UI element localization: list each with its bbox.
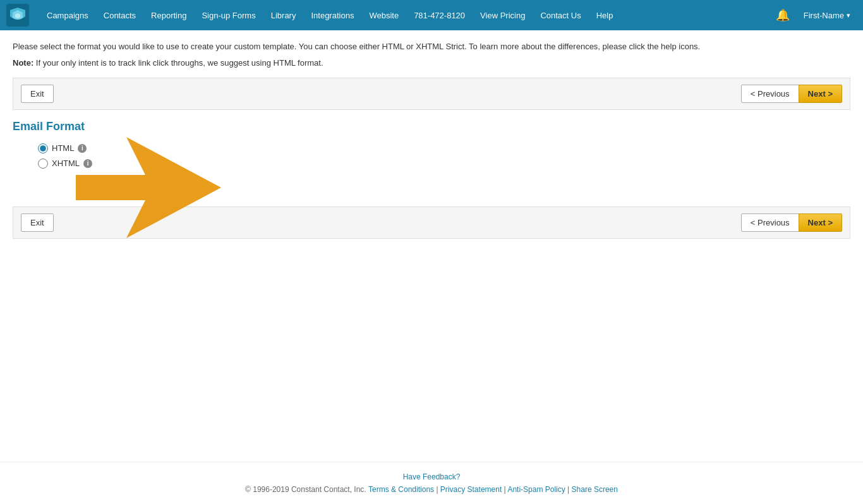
main-nav: Campaigns Contacts Reporting Sign-up For… bbox=[0, 0, 863, 30]
xhtml-info-icon[interactable]: i bbox=[83, 159, 92, 168]
note-label: Note: bbox=[13, 58, 33, 68]
top-next-button[interactable]: Next > bbox=[799, 85, 842, 103]
bottom-action-bar: Exit < Previous Next > bbox=[13, 207, 850, 239]
format-html-option[interactable]: HTML i bbox=[38, 143, 850, 153]
share-screen-link[interactable]: Share Screen bbox=[572, 485, 618, 494]
bottom-next-button[interactable]: Next > bbox=[799, 213, 842, 232]
nav-phone[interactable]: 781-472-8120 bbox=[406, 0, 473, 30]
html-info-icon[interactable]: i bbox=[78, 144, 87, 153]
format-html-label: HTML bbox=[52, 143, 74, 153]
section-title: Email Format bbox=[13, 120, 850, 133]
description-text: Please select the format you would like … bbox=[13, 40, 850, 53]
footer-bottom: © 1996-2019 Constant Contact, Inc. Terms… bbox=[10, 485, 853, 494]
main-content: Please select the format you would like … bbox=[0, 30, 863, 462]
footer-feedback: Have Feedback? bbox=[10, 472, 853, 481]
format-html-radio[interactable] bbox=[38, 143, 48, 153]
privacy-link[interactable]: Privacy Statement bbox=[440, 485, 502, 494]
antispam-link[interactable]: Anti-Spam Policy bbox=[507, 485, 565, 494]
user-menu[interactable]: First-Name bbox=[797, 11, 857, 20]
format-options: HTML i XHTML i bbox=[38, 143, 850, 169]
format-xhtml-option[interactable]: XHTML i bbox=[38, 159, 850, 169]
notification-bell-icon[interactable]: 🔔 bbox=[769, 8, 796, 22]
top-previous-button[interactable]: < Previous bbox=[741, 85, 799, 103]
note-body: If your only intent is to track link cli… bbox=[33, 58, 323, 68]
nav-right: 🔔 First-Name bbox=[769, 8, 857, 22]
nav-help[interactable]: Help bbox=[589, 0, 621, 30]
nav-contact-us[interactable]: Contact Us bbox=[533, 0, 588, 30]
nav-contacts[interactable]: Contacts bbox=[96, 0, 143, 30]
bottom-previous-button[interactable]: < Previous bbox=[741, 213, 799, 232]
nav-library[interactable]: Library bbox=[263, 0, 304, 30]
format-xhtml-radio[interactable] bbox=[38, 159, 48, 169]
format-xhtml-label: XHTML bbox=[52, 159, 80, 168]
nav-reporting[interactable]: Reporting bbox=[143, 0, 194, 30]
nav-integrations[interactable]: Integrations bbox=[303, 0, 361, 30]
footer-links: Terms & Conditions | Privacy Statement |… bbox=[368, 485, 618, 494]
footer-copyright: © 1996-2019 Constant Contact, Inc. bbox=[245, 485, 366, 494]
footer: Have Feedback? © 1996-2019 Constant Cont… bbox=[0, 462, 863, 504]
nav-view-pricing[interactable]: View Pricing bbox=[473, 0, 533, 30]
email-format-section: Email Format HTML i XHTML i bbox=[13, 120, 850, 181]
nav-website[interactable]: Website bbox=[361, 0, 406, 30]
feedback-link[interactable]: Have Feedback? bbox=[403, 472, 461, 481]
note-text: Note: If your only intent is to track li… bbox=[13, 58, 850, 68]
logo[interactable] bbox=[6, 4, 29, 27]
nav-campaigns[interactable]: Campaigns bbox=[39, 0, 96, 30]
top-nav-buttons: < Previous Next > bbox=[741, 85, 842, 103]
bottom-exit-button[interactable]: Exit bbox=[21, 213, 54, 232]
bottom-nav-buttons: < Previous Next > bbox=[741, 213, 842, 232]
terms-link[interactable]: Terms & Conditions bbox=[368, 485, 434, 494]
top-exit-button[interactable]: Exit bbox=[21, 85, 54, 103]
nav-items: Campaigns Contacts Reporting Sign-up For… bbox=[39, 0, 769, 30]
top-action-bar: Exit < Previous Next > bbox=[13, 78, 850, 110]
nav-signup-forms[interactable]: Sign-up Forms bbox=[194, 0, 263, 30]
